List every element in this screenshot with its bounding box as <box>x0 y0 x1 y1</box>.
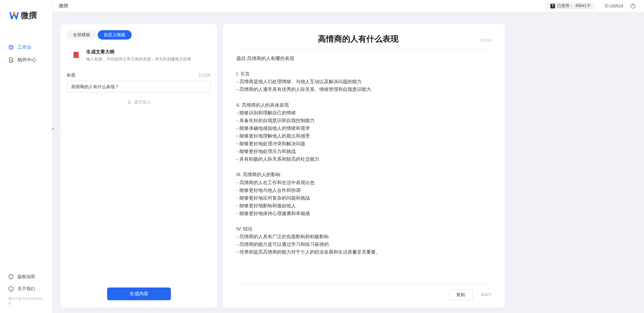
usage-badge: T 已使用： 45641字 <box>546 2 594 9</box>
nav-label: 稿件中心 <box>17 57 36 63</box>
tab-custom-templates[interactable]: 自定义模板 <box>98 30 132 40</box>
template-title: 生成文章大纲 <box>86 49 191 55</box>
copy-button[interactable]: 复制 <box>449 290 473 300</box>
output-title-counter: 10/100 <box>480 34 492 42</box>
template-card[interactable]: 📕 生成文章大纲 输入标题，为你提供文章主体的灵感，并为其创建推文提纲 <box>67 45 211 66</box>
title-label: 标题 <box>67 72 76 78</box>
nav-label: 工作台 <box>17 44 32 50</box>
nav-label: 关于我们 <box>17 286 35 292</box>
input-panel: 全部模板 自定义模板 📕 生成文章大纲 输入标题，为你提供文章主体的灵感，并为其… <box>61 24 217 308</box>
brand-logo: 微撰 <box>0 0 52 28</box>
output-footer: 复制 404字 <box>236 284 492 300</box>
user-id: ID:100519 <box>605 4 623 8</box>
tab-all-templates[interactable]: 全部模板 <box>67 30 96 40</box>
icp-text: 鄂ICP备2022016946号 <box>0 295 52 309</box>
nav-about[interactable]: 关于我们 <box>0 283 52 295</box>
sidebar-bottom: 版权说明 关于我们 鄂ICP备2022016946号 <box>0 271 52 313</box>
title-input[interactable] <box>67 81 211 93</box>
info-icon <box>8 286 14 292</box>
sidebar-collapse-handle[interactable] <box>51 125 56 132</box>
output-body: 题目:高情商的人有哪些表现 I. 引言 - 高情商是指人们处理情绪、与他人互动以… <box>223 49 505 280</box>
usage-value: 45641字 <box>575 3 590 9</box>
template-tabs: 全部模板 自定义模板 <box>61 24 217 40</box>
svg-rect-2 <box>129 101 130 103</box>
voice-hint: 请空录入 <box>134 99 151 105</box>
voice-input-button[interactable]: 请空录入 <box>61 93 217 112</box>
nav-drafts[interactable]: 稿件中心 <box>0 54 52 66</box>
nav-label: 版权说明 <box>17 274 35 280</box>
topbar-title: 微撰 <box>59 3 68 9</box>
topbar: 微撰 T 已使用： 45641字 ID:100519 <box>53 0 644 12</box>
main-area: 微撰 T 已使用： 45641字 ID:100519 全部模板 自定义模板 📕 <box>53 0 644 313</box>
cube-icon <box>8 44 14 50</box>
mic-icon <box>127 100 132 105</box>
title-form: 标题 11/100 <box>61 66 217 93</box>
content-row: 全部模板 自定义模板 📕 生成文章大纲 输入标题，为你提供文章主体的灵感，并为其… <box>53 12 644 313</box>
document-icon <box>8 57 14 63</box>
template-icon: 📕 <box>70 49 82 61</box>
output-panel: 高情商的人有什么表现 10/100 题目:高情商的人有哪些表现 I. 引言 - … <box>223 24 505 308</box>
output-word-count: 404字 <box>481 292 492 298</box>
nav-copyright[interactable]: 版权说明 <box>0 271 52 283</box>
text-icon: T <box>550 4 555 8</box>
template-desc: 输入标题，为你提供文章主体的灵感，并为其创建推文提纲 <box>86 56 191 62</box>
nav-workbench[interactable]: 工作台 <box>0 41 52 54</box>
brand-name: 微撰 <box>21 10 37 21</box>
generate-button[interactable]: 生成内容 <box>107 288 171 300</box>
shield-icon <box>8 274 14 280</box>
sidebar: 微撰 工作台 稿件中心 版权说明 <box>0 0 53 313</box>
output-title: 高情商的人有什么表现 <box>236 34 480 44</box>
usage-prefix: 已使用： <box>557 3 573 9</box>
logo-icon <box>9 11 19 20</box>
sidebar-nav: 工作台 稿件中心 <box>0 28 52 271</box>
title-counter: 11/100 <box>198 73 211 77</box>
power-icon[interactable] <box>630 3 636 9</box>
